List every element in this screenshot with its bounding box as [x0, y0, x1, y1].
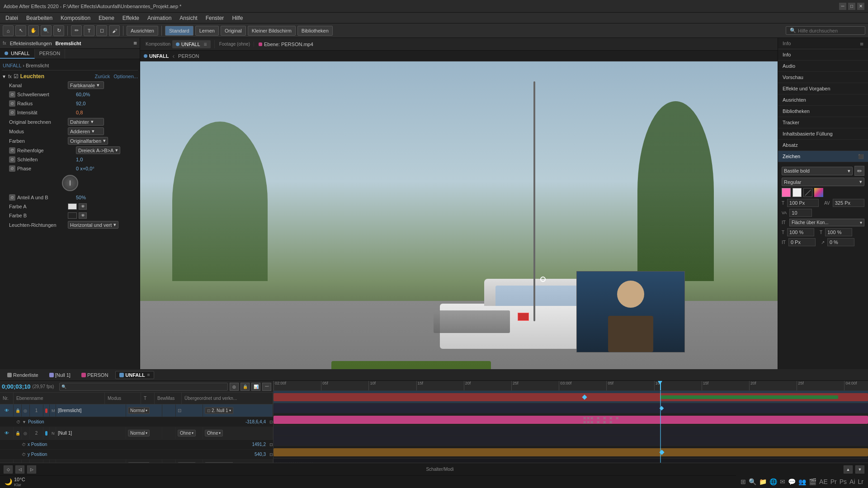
layer-1-bewmas[interactable]: ⊡: [176, 404, 203, 417]
ypos-value[interactable]: 540,3: [255, 452, 269, 457]
align-button[interactable]: Ausrichten: [127, 26, 158, 36]
rp-zeichen[interactable]: Zeichen ⬛: [778, 151, 868, 162]
back-button[interactable]: Zurück: [95, 74, 110, 79]
menu-ebene[interactable]: Ebene: [95, 14, 118, 22]
menu-hilfe[interactable]: Hilfe: [228, 14, 246, 22]
layer-3-row[interactable]: 👁 🔒 ◎ 3 M: [0, 460, 273, 463]
param-schwellenwert-value[interactable]: 60,0%: [76, 92, 138, 97]
rp-absatz[interactable]: Absatz: [778, 140, 868, 151]
taskbar-ai[interactable]: Ai: [849, 478, 855, 485]
masken-track[interactable]: ●●●●●●●●●●●●●●●●●●●●: [274, 459, 868, 463]
modus-dropdown[interactable]: Addieren ▾: [68, 127, 104, 135]
baseline-input[interactable]: [788, 238, 816, 246]
shape-tool[interactable]: ◻: [96, 25, 107, 36]
farbe-a-swatch[interactable]: [68, 203, 77, 210]
layer-2-solo[interactable]: ◎: [22, 427, 30, 439]
kanal-dropdown[interactable]: Farbkanale ▾: [68, 81, 104, 89]
layer-1-row[interactable]: 👁 🔒 ◎ 1 M: [0, 404, 273, 417]
fill-color-swatch[interactable]: [782, 188, 791, 197]
pen-tool[interactable]: ✏: [71, 25, 82, 36]
skew-input[interactable]: [827, 238, 854, 246]
pos-keyframe[interactable]: [659, 406, 664, 411]
xpos-value[interactable]: 1491,2: [252, 442, 269, 447]
original-preset[interactable]: Original: [221, 26, 246, 36]
font-family-dropdown[interactable]: Bastile bold ▾: [782, 167, 853, 175]
farben-dropdown[interactable]: Originalfarben ▾: [68, 137, 108, 145]
layer-1-mode[interactable]: Normal ▾: [126, 404, 162, 417]
reihenfolge-dropdown[interactable]: Dreieck A->B>A ▾: [76, 146, 120, 154]
renderliste-tab[interactable]: Renderliste: [4, 371, 42, 379]
layer-1-name[interactable]: [Bremslicht]: [56, 404, 126, 417]
menu-bearbeiten[interactable]: Bearbeiten: [23, 14, 56, 22]
param-schleifen-value[interactable]: 1,0: [76, 157, 138, 162]
position-track[interactable]: [274, 404, 868, 413]
auto-tab[interactable]: [Null 1]: [46, 371, 74, 379]
menu-komposition[interactable]: Komposition: [57, 14, 94, 22]
font-size-input[interactable]: [787, 199, 819, 207]
layer-3-bewmas[interactable]: Ohne ▾: [176, 460, 203, 463]
original-dropdown[interactable]: Dahinter ▾: [68, 118, 104, 126]
rp-audio[interactable]: Audio: [778, 61, 868, 72]
font-style-dropdown[interactable]: Regular ▾: [782, 178, 864, 186]
layer-1-parent[interactable]: ⊡ 2. Null 1 ▾: [203, 404, 273, 417]
fx-section-header[interactable]: ▼ fx ☑ Leuchten Zurück Optionen...: [2, 72, 138, 80]
standard-preset[interactable]: Standard: [165, 26, 193, 36]
layer-1-solo[interactable]: ◎: [22, 404, 30, 417]
ypos-label[interactable]: y Position: [28, 452, 47, 457]
farbe-b-eyedropper[interactable]: 👁: [79, 212, 87, 219]
right-panel-menu[interactable]: ≡: [860, 41, 863, 47]
layer-1-track[interactable]: [274, 391, 868, 404]
close-button[interactable]: ✕: [857, 3, 864, 10]
comp-close[interactable]: ≡: [204, 41, 207, 47]
rp-info[interactable]: Info: [778, 49, 868, 61]
tl-next-key-btn[interactable]: ▷: [27, 465, 36, 474]
help-search-input[interactable]: [798, 28, 861, 33]
taskbar-windows[interactable]: ⊞: [741, 478, 746, 485]
menu-ansicht[interactable]: Ansicht: [176, 14, 201, 22]
taskbar-edge[interactable]: 🌐: [769, 478, 777, 485]
tl-collapse-btn[interactable]: ▼: [855, 465, 864, 474]
position-value[interactable]: -318,6,4,4: [245, 419, 269, 424]
small-screen-preset[interactable]: Kleiner Bildschirm: [248, 26, 296, 36]
vscale-input[interactable]: [825, 228, 852, 236]
xpos-track[interactable]: [274, 426, 868, 436]
taskbar-chat[interactable]: 💬: [788, 478, 796, 485]
tl-graph-btn[interactable]: 📊: [251, 383, 260, 391]
taskbar-file[interactable]: 📁: [759, 478, 767, 485]
layer-2-bewmas[interactable]: Ohne ▾: [176, 427, 203, 439]
layer-3-name[interactable]: Motorhaube: [56, 460, 126, 463]
rp-bibliotheken[interactable]: Bibliotheken: [778, 106, 868, 117]
tl-solo-btn[interactable]: ◎: [230, 383, 239, 391]
viewer-nav-person[interactable]: PERSON: [178, 53, 199, 59]
layer-3-mode[interactable]: Normal ▾: [126, 460, 162, 463]
taskbar-ps[interactable]: Ps: [840, 478, 847, 485]
layer-1-visibility[interactable]: 👁: [0, 404, 14, 417]
fx-panel-menu[interactable]: ≡: [133, 40, 137, 47]
param-anteil-value[interactable]: 50%: [76, 195, 138, 200]
layer-3-visibility[interactable]: 👁: [0, 460, 14, 463]
layer-3-parent[interactable]: ⊡ 2. Null 1 ▾: [203, 460, 273, 463]
fx-tab-person[interactable]: PERSON: [35, 49, 65, 59]
menu-animation[interactable]: Animation: [144, 14, 175, 22]
tl-add-key-btn[interactable]: ◇: [4, 465, 13, 474]
composition-tab[interactable]: UNFALL ≡: [172, 40, 211, 48]
metrics-input[interactable]: [789, 209, 812, 217]
stroke-color-swatch[interactable]: [793, 188, 802, 197]
select-tool[interactable]: ↖: [15, 25, 26, 36]
libraries-preset[interactable]: Bibliotheken: [297, 26, 333, 36]
section-checkbox[interactable]: ☑: [14, 73, 19, 80]
learn-preset[interactable]: Lernen: [195, 26, 219, 36]
layer-search[interactable]: 🔍: [59, 383, 228, 391]
taskbar-mail[interactable]: ✉: [780, 478, 785, 485]
home-button[interactable]: ⌂: [3, 25, 14, 36]
position-label[interactable]: Position: [28, 419, 44, 424]
options-button[interactable]: Optionen...: [113, 74, 138, 79]
layer-2-lock[interactable]: 🔒: [14, 427, 22, 439]
rp-ausrichten[interactable]: Ausrichten: [778, 94, 868, 106]
brush-tool[interactable]: 🖌: [109, 25, 120, 36]
taskbar-app1[interactable]: 🎬: [809, 478, 816, 485]
tl-prev-key-btn[interactable]: ◁: [15, 465, 24, 474]
param-phase-value[interactable]: 0 x+0,0°: [76, 166, 138, 171]
hscale-input[interactable]: [787, 228, 814, 236]
layer-3-track[interactable]: [274, 446, 868, 459]
